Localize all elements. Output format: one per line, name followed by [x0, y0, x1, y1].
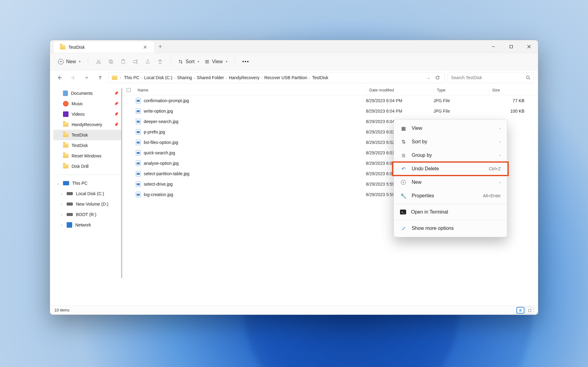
ctx-group[interactable]: ≣Group by› — [394, 149, 507, 162]
breadcrumb-segment[interactable]: TestDisk — [310, 74, 330, 81]
copy-button[interactable] — [105, 56, 116, 67]
file-icon — [136, 181, 141, 187]
folder-icon — [60, 45, 65, 49]
breadcrumb-segment[interactable]: This PC — [122, 74, 141, 81]
sidebar-item[interactable]: ›New Volume (D:) — [53, 199, 121, 209]
sidebar-item-label: TestDisk — [72, 133, 88, 137]
ctx-shortcut: Ctrl+Z — [489, 166, 501, 171]
chevron-right-icon: › — [194, 76, 195, 80]
minimize-button[interactable] — [484, 40, 502, 53]
group-icon: ≣ — [400, 152, 407, 159]
breadcrumb-segment[interactable]: Sharing — [175, 74, 194, 81]
wrench-icon: 🔧 — [400, 192, 407, 199]
search-box[interactable] — [448, 72, 534, 83]
status-text: 10 items — [54, 308, 69, 312]
chevron-down-icon: ▾ — [79, 60, 80, 63]
svg-rect-7 — [133, 60, 136, 63]
content-pane: Name Date modified Type Size confirmatio… — [122, 85, 538, 305]
tab-close-button[interactable] — [140, 43, 150, 52]
maximize-button[interactable] — [502, 40, 520, 53]
paste-button[interactable] — [118, 56, 129, 67]
view-button[interactable]: View ▾ — [202, 56, 229, 67]
sidebar-item-label: BOOT (R:) — [76, 212, 96, 217]
sidebar-item[interactable]: TestDisk — [53, 130, 121, 140]
tab-title: TestDisk — [69, 45, 85, 50]
svg-rect-3 — [109, 60, 112, 63]
sidebar-item[interactable]: ›Local Disk (C:) — [53, 188, 121, 199]
file-icon — [136, 119, 141, 124]
folder-icon — [63, 164, 69, 168]
cut-button[interactable] — [93, 56, 104, 67]
ctx-new[interactable]: +New› — [394, 176, 507, 189]
search-input[interactable] — [451, 75, 523, 80]
sidebar-item[interactable]: Music📌 — [53, 99, 121, 109]
sidebar-item[interactable]: ›BOOT (R:) — [53, 209, 121, 220]
column-date[interactable]: Date modified — [366, 85, 433, 95]
file-icon — [136, 150, 141, 156]
expand-icon: ⤢ — [400, 225, 407, 232]
sidebar-item[interactable]: Videos📌 — [53, 109, 121, 119]
rename-button[interactable] — [130, 56, 141, 67]
sidebar-item[interactable]: HandyRecovery📌 — [53, 119, 121, 130]
ctx-undo-delete[interactable]: ↶Undo DeleteCtrl+Z — [394, 162, 507, 176]
chevron-right-icon: › — [500, 140, 501, 144]
sidebar-this-pc[interactable]: ⌄ This PC — [53, 178, 121, 188]
chevron-right-icon: › — [59, 223, 64, 227]
sidebar-item[interactable]: Documents📌 — [53, 88, 121, 99]
window-controls — [484, 40, 538, 53]
share-button[interactable] — [142, 56, 153, 67]
column-type[interactable]: Type — [433, 85, 489, 95]
breadcrumb-segment[interactable]: Shared Folder — [195, 74, 226, 81]
column-size[interactable]: Size — [489, 85, 532, 95]
view-icons-toggle[interactable]: ▢ — [526, 307, 534, 314]
chevron-right-icon: › — [500, 126, 501, 130]
ctx-properties[interactable]: 🔧PropertiesAlt+Enter — [394, 189, 507, 203]
file-name: select-partition-table.jpg — [144, 171, 190, 176]
forward-button[interactable] — [68, 72, 78, 83]
tab-active[interactable]: TestDisk — [54, 41, 154, 53]
plus-circle-icon: + — [58, 59, 64, 64]
sidebar-item[interactable]: TestDisk — [53, 140, 121, 151]
column-name[interactable]: Name — [135, 85, 366, 95]
sidebar-item[interactable]: Reset Windows — [53, 151, 121, 161]
delete-button[interactable] — [155, 56, 166, 67]
view-details-toggle[interactable]: ≣ — [516, 307, 524, 314]
recent-button[interactable] — [81, 72, 92, 83]
folder-icon — [112, 75, 117, 80]
new-button[interactable]: + New ▾ — [56, 56, 83, 67]
back-button[interactable] — [54, 72, 65, 83]
file-icon — [136, 108, 141, 114]
drive-icon — [67, 192, 73, 195]
new-tab-button[interactable] — [154, 40, 166, 53]
view-label: View — [212, 59, 222, 64]
file-name: quick-search.jpg — [144, 150, 175, 155]
ctx-sort[interactable]: ⇅Sort by› — [394, 135, 507, 149]
close-button[interactable] — [520, 40, 538, 53]
breadcrumb-segment[interactable]: HandyRecovery — [227, 74, 261, 81]
sort-label: Sort — [186, 59, 194, 64]
file-icon — [136, 171, 141, 176]
chevron-down-icon[interactable]: ⌄ — [427, 76, 430, 80]
file-row[interactable]: confirmation-prompt.jpg8/29/2023 6:04 PM… — [122, 95, 538, 106]
ctx-more-options[interactable]: ⤢Show more options — [394, 222, 507, 235]
sidebar-item[interactable]: ›Network — [53, 220, 121, 230]
svg-point-1 — [97, 62, 98, 64]
file-icon — [136, 160, 141, 166]
select-all-checkbox[interactable] — [127, 88, 131, 92]
ctx-view[interactable]: ▦View› — [394, 122, 507, 135]
file-row[interactable]: write-option.jpg8/29/2023 6:04 PMJPG Fil… — [122, 106, 538, 116]
breadcrumb-segment[interactable]: Recover USB Partition — [262, 74, 309, 81]
refresh-button[interactable] — [433, 75, 442, 80]
breadcrumb-segment[interactable]: Local Disk (C:) — [142, 74, 174, 81]
file-size: 100 KB — [489, 109, 532, 114]
address-bar[interactable]: › This PC›Local Disk (C:)›Sharing›Shared… — [108, 72, 445, 83]
more-button[interactable]: ••• — [240, 56, 252, 67]
sidebar-item[interactable]: Disk Drill — [53, 161, 121, 172]
pin-icon: 📌 — [114, 91, 119, 95]
sort-icon: ⇅ — [400, 138, 407, 145]
ctx-terminal[interactable]: >_Open in Terminal — [394, 205, 507, 219]
file-name: p-prefix.jpg — [144, 129, 165, 134]
sort-button[interactable]: Sort ▾ — [176, 56, 202, 67]
folder-icon — [63, 143, 69, 148]
up-button[interactable] — [95, 72, 105, 83]
